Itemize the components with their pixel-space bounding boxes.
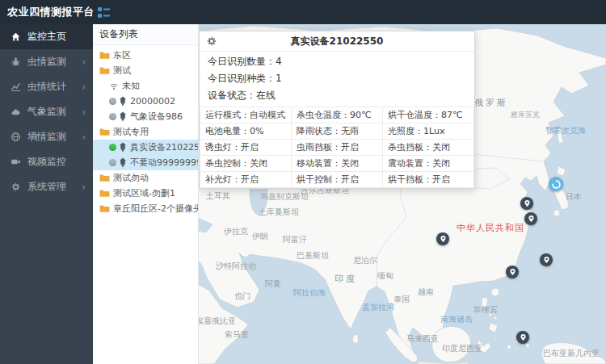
map-label: 巴布亚新几内亚	[543, 348, 600, 359]
popup-info-row: 设备状态：在线	[200, 87, 474, 104]
chevron-right-icon: ›	[82, 132, 93, 143]
sidebar-item-soil-monitor[interactable]: 墒情监测›	[0, 124, 93, 149]
sidebar-item-label: 监控主页	[27, 30, 66, 44]
device-panel-title: 设备列表	[93, 24, 198, 45]
tree-item[interactable]: 测试区域-勿删1	[93, 186, 198, 201]
map-label: 雅库茨克	[511, 110, 540, 120]
tree-item-label: 气象设备986	[130, 111, 183, 123]
tree-item-label: 东区	[113, 49, 131, 61]
popup-table-cell: 杀虫仓温度：90℃	[292, 107, 383, 123]
map-label: 巴基斯坦	[297, 250, 329, 261]
tree-item[interactable]: 测试勿动	[93, 170, 198, 186]
tree-item[interactable]: 不要动99999999	[93, 155, 198, 170]
sidebar-item-label: 虫情监测	[27, 55, 66, 69]
sidebar-item-weather-monitor[interactable]: 气象监测›	[0, 99, 93, 124]
tree-item-label: 测试勿动	[113, 172, 149, 184]
map-label-sea: 孟加拉湾	[362, 302, 394, 313]
chevron-right-icon: ›	[82, 107, 93, 118]
map-label: 土库曼斯坦	[259, 207, 299, 218]
map-label: 印度尼西亚	[442, 343, 482, 354]
map-label: 阿富汗	[283, 234, 307, 245]
sidebar-item-label: 气象监测	[27, 105, 66, 119]
device-map-marker[interactable]	[524, 212, 537, 225]
sidebar-menu: 监控主页虫情监测›虫情统计›气象监测›墒情监测›视频监控系统管理›	[0, 24, 93, 199]
tree-item[interactable]: 测试	[93, 63, 198, 78]
device-info-popup: 真实设备21022550 今日识别数量：4今日识别种类：1设备状态：在线 运行模…	[199, 31, 475, 189]
device-icon	[119, 157, 127, 168]
map-label: 阿曼	[265, 278, 281, 290]
map-label: 越南	[418, 287, 434, 298]
folder-icon	[99, 51, 110, 60]
tree-item-label: 不要动99999999	[130, 157, 198, 169]
popup-title: 真实设备21022550	[200, 31, 474, 51]
sidebar-item-label: 墒情监测	[27, 130, 66, 144]
device-icon	[119, 142, 127, 153]
tree-item[interactable]: 未知	[93, 78, 198, 94]
folder-icon	[99, 204, 110, 213]
folder-icon	[99, 189, 110, 198]
map-label: 索马里	[225, 329, 249, 341]
tree-item-label: 真实设备21022550	[130, 141, 198, 153]
tree-item[interactable]: 测试专用	[93, 124, 198, 140]
sidebar: 监控主页虫情监测›虫情统计›气象监测›墒情监测›视频监控系统管理›	[0, 24, 93, 364]
map-area[interactable]: 俄罗斯莫斯科新西伯利亚雅库茨克鄂霍次克海哈萨克斯坦蒙古国乌克兰土耳其乌兹别克斯坦…	[198, 24, 606, 364]
popup-table-cell: 移动装置：关闭	[292, 156, 383, 172]
map-label: 马来西亚	[406, 333, 439, 345]
device-map-marker[interactable]	[506, 266, 519, 278]
video-icon	[11, 157, 22, 168]
sidebar-item-system-manage[interactable]: 系统管理›	[0, 174, 93, 199]
popup-info-row: 今日识别数量：4	[200, 53, 474, 70]
device-map-marker[interactable]	[540, 253, 553, 266]
status-dot-online	[109, 144, 116, 151]
device-map-marker[interactable]	[516, 331, 529, 344]
popup-table-cell: 虫雨挡板：开启	[292, 140, 383, 156]
folder-icon	[99, 66, 110, 75]
device-icon	[119, 96, 127, 107]
device-icon	[119, 111, 127, 122]
folder-icon	[99, 174, 110, 182]
map-label: 俄罗斯	[474, 97, 508, 109]
chevron-right-icon: ›	[82, 82, 93, 93]
map-label: 尼泊尔	[353, 255, 377, 266]
popup-table-cell: 杀虫挡板：关闭	[383, 140, 474, 156]
popup-header: 真实设备21022550	[200, 31, 474, 52]
device-map-marker[interactable]	[520, 197, 533, 210]
top-header: 农业四情测报平台	[0, 0, 606, 24]
tree-item-label: 测试区域-勿删1	[113, 187, 175, 199]
tree-item-label: 未知	[122, 80, 140, 92]
status-dot-offline	[109, 98, 116, 105]
gear-icon	[11, 182, 22, 193]
tree-item[interactable]: 气象设备986	[93, 109, 198, 124]
tree-item[interactable]: 东区	[93, 48, 198, 63]
popup-table-cell: 烘干控制：开启	[292, 172, 383, 188]
map-label: 印度	[335, 273, 357, 285]
popup-table-cell: 光照度：1Lux	[383, 123, 474, 140]
sidebar-item-label: 系统管理	[27, 180, 66, 194]
settings-gear-icon[interactable]	[206, 36, 217, 47]
tree-item[interactable]: 章丘阳丘区-2个摄像头	[93, 201, 198, 216]
sidebar-item-insect-monitor[interactable]: 虫情监测›	[0, 49, 93, 74]
device-map-marker[interactable]	[436, 232, 449, 245]
device-tree: 东区测试未知20000002气象设备986测试专用真实设备21022550不要动…	[93, 45, 198, 216]
popup-table-cell: 运行模式：自动模式	[200, 107, 292, 123]
tree-item[interactable]: 真实设备21022550	[93, 140, 198, 155]
sidebar-item-monitor-home[interactable]: 监控主页	[0, 24, 93, 49]
map-label: 土耳其	[206, 190, 230, 202]
popup-table-cell: 补光灯：开启	[200, 172, 292, 188]
map-label: 缅甸	[377, 270, 393, 282]
map-label: 沙特阿拉伯	[216, 261, 256, 272]
weather-map-marker[interactable]	[549, 177, 563, 191]
folder-icon	[99, 128, 110, 136]
sidebar-item-insect-stats[interactable]: 虫情统计›	[0, 74, 93, 99]
map-label-country-highlight: 中华人民共和国	[457, 222, 524, 234]
tree-item[interactable]: 20000002	[93, 94, 198, 109]
popup-table-cell: 震动装置：关闭	[383, 156, 474, 172]
tree-toggle-icon[interactable]	[98, 6, 111, 18]
chevron-right-icon: ›	[82, 182, 93, 193]
tree-item-label: 章丘阳丘区-2个摄像头	[113, 203, 198, 215]
sidebar-item-label: 虫情统计	[27, 80, 66, 94]
popup-table-cell: 诱虫灯：开启	[200, 140, 292, 156]
map-label: 也门	[234, 291, 250, 302]
signal-icon	[109, 82, 119, 90]
sidebar-item-video-monitor[interactable]: 视频监控	[0, 149, 93, 174]
